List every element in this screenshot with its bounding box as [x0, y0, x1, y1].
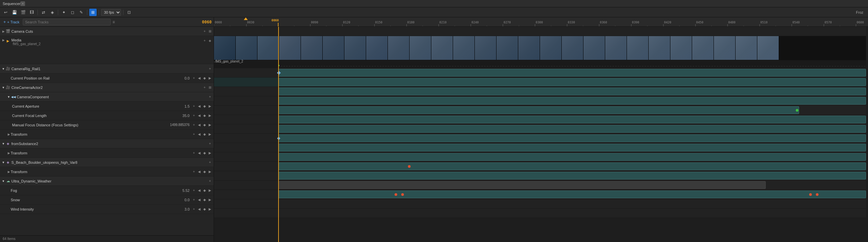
track-row-ultra-dynamic-weather[interactable]: ▼ ☁ Ultra_Dynamic_Weather +: [0, 177, 214, 186]
add-track-button[interactable]: + + Track: [2, 19, 21, 25]
prev-kf-btn-position-rail[interactable]: ◀: [197, 76, 202, 81]
add-keyframe-btn-camera-cuts[interactable]: +: [202, 29, 207, 34]
add-btn-weather[interactable]: +: [208, 179, 212, 183]
expand-ultra-dynamic-weather[interactable]: ▼: [1, 179, 5, 183]
prev-kf-focus-distance[interactable]: ◀: [197, 123, 202, 127]
tl-row-manual-focus-distance[interactable]: [214, 124, 866, 134]
track-row-transform-1[interactable]: ▶ Transform + ◀ ◆ ▶: [0, 130, 214, 139]
tl-row-from-substance2[interactable]: [214, 143, 866, 152]
kf-btn-fog[interactable]: +: [192, 188, 196, 193]
prev-kf-fog[interactable]: ◀: [197, 188, 202, 193]
add-btn-transform-1[interactable]: +: [192, 132, 196, 137]
expand-transform-3[interactable]: ▶: [7, 170, 11, 174]
prev-kf-aperture[interactable]: ◀: [197, 104, 202, 109]
track-row-media[interactable]: ▶ ▶ Media fMS_gas_planet_2 + ◈: [0, 36, 214, 64]
next-kf-focus-distance[interactable]: ▶: [208, 123, 212, 127]
add-kf-wind-intensity[interactable]: ◆: [202, 207, 207, 212]
add-kf-transform-2[interactable]: ◆: [202, 151, 207, 155]
prev-kf-snow[interactable]: ◀: [197, 198, 202, 202]
tl-row-camera-component[interactable]: [214, 96, 866, 105]
track-row-snow[interactable]: ▶ Snow 0.0 + ◀ ◆ ▶: [0, 195, 214, 205]
tl-row-cine-camera-actor2[interactable]: [214, 87, 866, 96]
add-kf-focal-length[interactable]: ◆: [202, 113, 207, 118]
kf-btn-wind-intensity[interactable]: +: [192, 207, 196, 212]
add-btn-substance2[interactable]: +: [208, 141, 212, 146]
timeline-tracks[interactable]: fMS_gas_planet_2: [214, 27, 868, 242]
add-kf-transform-3[interactable]: ◆: [202, 170, 207, 174]
expand-camera-cuts[interactable]: ▶: [1, 29, 5, 33]
tl-row-camera-rig-rail1[interactable]: [214, 68, 866, 78]
tl-row-current-focal-length[interactable]: [214, 115, 866, 124]
track-row-wind-intensity[interactable]: ▶ Wind Intensity 3.0 + ◀ ◆ ▶: [0, 205, 214, 214]
tl-row-transform-3[interactable]: [214, 171, 866, 181]
add-btn-transform-3[interactable]: +: [192, 170, 196, 174]
toolbar-btn-undo[interactable]: ↩: [2, 9, 9, 16]
prev-kf-transform-1[interactable]: ◀: [197, 132, 202, 137]
tl-row-transform-2[interactable]: [214, 152, 866, 162]
add-kf-fog[interactable]: ◆: [202, 188, 207, 193]
title-bar-close[interactable]: ×: [21, 1, 25, 6]
track-row-s-beach-boulder[interactable]: ▼ ◈ S_Beach_Boulder_ukopeess_high_Var8 +: [0, 158, 214, 167]
track-row-fog[interactable]: ▶ Fog 5.52 + ◀ ◆ ▶: [0, 186, 214, 195]
toolbar-btn-tools4[interactable]: ◻: [69, 9, 76, 16]
kf-btn-aperture[interactable]: +: [192, 104, 196, 109]
track-row-camera-rig-rail1[interactable]: ▼ 🎥 CameraRig_Rail1 +: [0, 64, 214, 73]
add-btn-boulder[interactable]: +: [208, 160, 212, 165]
prev-kf-focal-length[interactable]: ◀: [197, 113, 202, 118]
toolbar-btn-tools2[interactable]: ◈: [49, 9, 56, 16]
expand-camera-rig-rail1[interactable]: ▼: [1, 67, 5, 71]
add-btn-camera-rig[interactable]: +: [208, 66, 212, 71]
prev-kf-transform-3[interactable]: ◀: [197, 170, 202, 174]
kf-btn-snow[interactable]: +: [192, 198, 196, 202]
expand-media[interactable]: ▶: [1, 38, 5, 42]
add-kf-focus-distance[interactable]: ◆: [202, 123, 207, 127]
tl-row-s-beach-boulder[interactable]: [214, 162, 866, 171]
toolbar-btn-tools3[interactable]: ✦: [60, 9, 67, 16]
toolbar-btn-camera[interactable]: 🎬: [20, 9, 27, 16]
add-kf-transform-1[interactable]: ◆: [202, 132, 207, 137]
next-kf-transform-2[interactable]: ▶: [208, 151, 212, 155]
tl-row-current-position-rail[interactable]: [214, 78, 866, 87]
track-row-transform-2[interactable]: ▶ Transform + ◀ ◆ ▶: [0, 148, 214, 158]
tl-row-ultra-dynamic-weather[interactable]: [214, 181, 866, 190]
toolbar-btn-select[interactable]: ⇄: [40, 9, 47, 16]
expand-transform-2[interactable]: ▶: [7, 151, 11, 155]
next-kf-transform-3[interactable]: ▶: [208, 170, 212, 174]
next-kf-btn-position-rail[interactable]: ▶: [208, 76, 212, 81]
toolbar-btn-tools5[interactable]: ✎: [78, 9, 85, 16]
track-row-transform-3[interactable]: ▶ Transform + ◀ ◆ ▶: [0, 167, 214, 177]
tl-row-media[interactable]: fMS_gas_planet_2: [214, 36, 866, 64]
add-btn-transform-2[interactable]: +: [192, 151, 196, 155]
add-btn-cine-camera[interactable]: +: [202, 85, 207, 90]
prev-kf-transform-2[interactable]: ◀: [197, 151, 202, 155]
next-kf-transform-1[interactable]: ▶: [208, 132, 212, 137]
track-row-manual-focus-distance[interactable]: Manual Focus Distance (Focus Settings) 1…: [0, 120, 214, 130]
add-kf-aperture[interactable]: ◆: [202, 104, 207, 109]
toolbar-btn-snap[interactable]: ⊞: [89, 9, 97, 16]
kf-btn-focal-length[interactable]: +: [192, 113, 196, 118]
cine-camera-extra[interactable]: ⊞: [208, 85, 212, 90]
track-row-current-aperture[interactable]: Current Aperture 1.5 + ◀ ◆ ▶: [0, 101, 214, 111]
expand-transform-1[interactable]: ▶: [7, 132, 11, 137]
search-input[interactable]: [23, 19, 111, 25]
track-row-current-focal-length[interactable]: Current Focal Length 35.0 + ◀ ◆ ▶: [0, 111, 214, 120]
tl-row-snow[interactable]: [214, 199, 866, 209]
add-keyframe-btn-media[interactable]: +: [202, 38, 207, 43]
track-row-camera-cuts[interactable]: ▶ 🎬 Camera Cuts + ⊞: [0, 27, 214, 36]
expand-camera-component[interactable]: ▼: [7, 95, 11, 99]
tl-row-fog[interactable]: [214, 190, 866, 199]
prev-kf-wind-intensity[interactable]: ◀: [197, 207, 202, 212]
media-extra[interactable]: ◈: [208, 38, 212, 43]
track-row-cine-camera-actor2[interactable]: ▼ 🎥 CineCameraActor2 + ⊞: [0, 83, 214, 92]
kf-btn-position-rail[interactable]: +: [192, 76, 196, 81]
fps-selector[interactable]: 24 fps 30 fps 60 fps: [101, 9, 121, 16]
expand-cine-camera-actor2[interactable]: ▼: [1, 86, 5, 90]
toolbar-btn-capture[interactable]: ⊡: [125, 9, 133, 16]
toolbar-btn-render[interactable]: 🎞: [28, 9, 35, 16]
filter-icon[interactable]: ≡: [113, 20, 115, 24]
next-kf-snow[interactable]: ▶: [208, 198, 212, 202]
kf-btn-focus-distance[interactable]: +: [192, 123, 196, 127]
track-row-current-position-rail[interactable]: ▶ Current Position on Rail 0.0 + ◀ ◆ ▶: [0, 73, 214, 83]
add-kf-snow[interactable]: ◆: [202, 198, 207, 202]
track-row-camera-component[interactable]: ▼ ◀◀ CameraComponent +: [0, 92, 214, 101]
